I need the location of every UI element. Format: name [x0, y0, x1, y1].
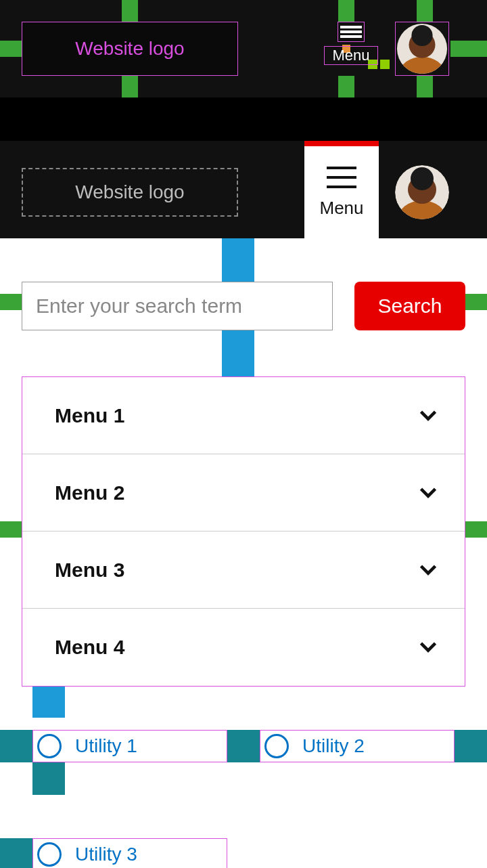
chevron-down-icon	[419, 638, 438, 657]
circle-icon	[37, 842, 62, 867]
spacing-guide	[222, 238, 254, 282]
spacing-guide	[227, 730, 260, 762]
spacing-guide	[222, 330, 254, 376]
search-button[interactable]: Search	[354, 282, 465, 330]
spacing-guide	[32, 762, 65, 795]
menu-button[interactable]: Menu	[304, 141, 379, 238]
chevron-down-icon	[419, 406, 438, 425]
circle-icon	[264, 734, 289, 758]
avatar-icon	[395, 165, 449, 219]
search-input[interactable]	[22, 282, 333, 330]
avatar-icon	[396, 22, 448, 76]
spacing-guide	[0, 521, 22, 538]
menu-item-label: Menu 4	[55, 636, 124, 659]
spacing-guide	[32, 685, 65, 718]
spacing-guide	[0, 838, 32, 868]
menu-button-label: Menu	[319, 198, 363, 219]
spec-logo-box: Website logo	[22, 22, 238, 76]
utility-link-label: Utility 1	[75, 735, 137, 757]
menu-item-label: Menu 1	[55, 404, 124, 427]
website-logo-label: Website logo	[75, 181, 184, 203]
utility-link-label: Utility 2	[302, 735, 365, 757]
spec-avatar	[395, 22, 449, 76]
hamburger-icon	[338, 22, 365, 42]
utility-link-2[interactable]: Utility 2	[260, 730, 455, 762]
menu-item-label: Menu 3	[55, 559, 124, 582]
expanded-menu-panel: Search Menu 1 Menu 2 Menu 3 Menu 4 Utili	[0, 238, 487, 868]
spacing-guide	[0, 730, 32, 762]
divider-strip	[0, 97, 487, 141]
primary-menu-list: Menu 1 Menu 2 Menu 3 Menu 4	[22, 376, 465, 687]
chevron-down-icon	[419, 483, 438, 502]
spacing-guide	[455, 730, 487, 762]
menu-item-4[interactable]: Menu 4	[22, 609, 465, 686]
spacing-guide	[0, 294, 22, 310]
menu-item-label: Menu 2	[55, 481, 124, 504]
spec-menu-label: Menu	[324, 46, 378, 65]
site-header: Website logo Menu	[0, 141, 487, 238]
svg-point-4	[411, 25, 432, 46]
utility-link-1[interactable]: Utility 1	[32, 730, 227, 762]
website-logo[interactable]: Website logo	[22, 168, 238, 217]
circle-icon	[37, 734, 62, 758]
hamburger-icon	[327, 167, 356, 188]
spacing-guide	[465, 294, 487, 310]
spec-logo-label: Website logo	[75, 38, 184, 60]
svg-point-9	[411, 167, 434, 190]
utility-link-label: Utility 3	[75, 844, 137, 865]
menu-item-1[interactable]: Menu 1	[22, 377, 465, 454]
spec-menu-button: Menu	[324, 22, 378, 65]
menu-item-3[interactable]: Menu 3	[22, 531, 465, 609]
search-row: Search	[22, 282, 465, 330]
utility-link-3[interactable]: Utility 3	[32, 838, 227, 868]
menu-item-2[interactable]: Menu 2	[22, 454, 465, 531]
spec-header: Website logo Menu	[0, 0, 487, 97]
user-avatar[interactable]	[395, 165, 449, 219]
spacing-guide	[465, 521, 487, 538]
chevron-down-icon	[419, 561, 438, 580]
